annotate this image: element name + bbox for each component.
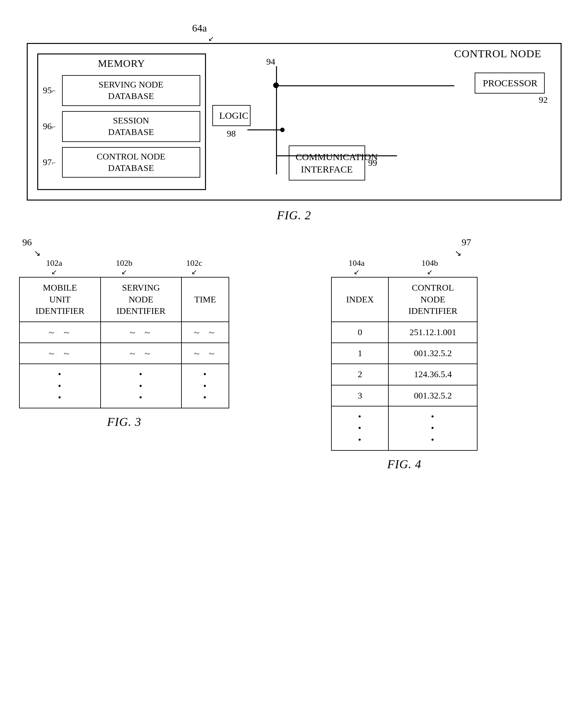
logic-section: LOGIC 98 bbox=[206, 54, 257, 190]
col-label-104a: 104a ↙ bbox=[331, 258, 382, 276]
fig3-col-arrow-a: ↙ bbox=[51, 268, 57, 276]
fig3-ref-96: 96 bbox=[22, 237, 32, 248]
fig4-dots-cn: ••• bbox=[388, 406, 477, 450]
fig4-r3-index: 3 bbox=[331, 385, 388, 406]
junction-top bbox=[273, 82, 279, 88]
figs-bottom: 96 ↘ 102a ↙ 102b ↙ 102c ↙ bbox=[19, 248, 569, 471]
fig4-ref-97: 97 bbox=[462, 237, 471, 248]
fig4-caption: FIG. 4 bbox=[387, 457, 421, 471]
fig4-r0-index: 0 bbox=[331, 322, 388, 343]
fig4-r3-cn: 001.32.5.2 bbox=[388, 385, 477, 406]
fig4-table: INDEX CONTROLNODEIDENTIFIER 0 251.12.1.0… bbox=[331, 277, 478, 451]
col-label-102b: 102b ↙ bbox=[89, 258, 159, 276]
fig4-col-arrow-b: ↙ bbox=[427, 268, 433, 276]
proc-ref: 92 bbox=[539, 95, 548, 105]
fig4-data-row-3: 3 001.32.5.2 bbox=[331, 385, 477, 406]
fig3-caption: FIG. 3 bbox=[107, 415, 141, 429]
fig4-data-row-2: 2 124.36.5.4 bbox=[331, 364, 477, 385]
db-ref-95: 95⌐ bbox=[43, 85, 62, 95]
memory-title: MEMORY bbox=[43, 58, 200, 69]
comm-ref: 99 bbox=[368, 158, 377, 168]
processor-area: PROCESSOR 92 bbox=[475, 72, 545, 105]
fig4-data-row-1: 1 001.32.5.2 bbox=[331, 343, 477, 364]
fig4-ref-arrow: ↘ bbox=[455, 248, 462, 258]
right-section: 94 PROCESSOR 92 COMMUNICATIONINTERFACE 9… bbox=[257, 54, 551, 190]
fig3-data-row-1: ～ ～ ～ ～ ～ ～ bbox=[19, 322, 229, 343]
fig3-container: 96 ↘ 102a ↙ 102b ↙ 102c ↙ bbox=[19, 248, 229, 429]
fig2-section: 64a ↙ CONTROL NODE MEMORY 95⌐ SERVING NO… bbox=[19, 22, 569, 222]
logic-ref: 98 bbox=[227, 129, 236, 139]
fig4-header-row: INDEX CONTROLNODEIDENTIFIER bbox=[331, 277, 477, 321]
memory-section: MEMORY 95⌐ SERVING NODEDATABASE 96⌐ SESS… bbox=[37, 54, 206, 190]
fig3-data-row-3: ••• ••• ••• bbox=[19, 364, 229, 408]
fig4-r1-index: 1 bbox=[331, 343, 388, 364]
fig3-ref-arrow: ↘ bbox=[34, 248, 41, 258]
processor-box: PROCESSOR bbox=[475, 72, 545, 93]
db-row-96: 96⌐ SESSIONDATABASE bbox=[43, 111, 200, 142]
fig2-ref: 64a bbox=[192, 22, 207, 34]
db-row-97: 97⌐ CONTROL NODEDATABASE bbox=[43, 147, 200, 178]
session-db-box: SESSIONDATABASE bbox=[62, 111, 200, 142]
serving-node-db-box: SERVING NODEDATABASE bbox=[62, 75, 200, 106]
fig4-data-row-0: 0 251.12.1.001 bbox=[331, 322, 477, 343]
bus-ref: 94 bbox=[267, 57, 275, 67]
fig3-col-ref-c: 102c bbox=[186, 258, 203, 268]
fig3-r1-time: ～ ～ bbox=[182, 322, 229, 343]
comm-area: COMMUNICATIONINTERFACE 99 bbox=[289, 146, 377, 180]
fig3-r3-serving: ••• bbox=[101, 364, 182, 408]
fig3-col-ref-a: 102a bbox=[46, 258, 62, 268]
db-ref-96: 96⌐ bbox=[43, 121, 62, 131]
logic-box: LOGIC bbox=[212, 105, 251, 126]
db-row-95: 95⌐ SERVING NODEDATABASE bbox=[43, 75, 200, 106]
fig3-r3-mobile: ••• bbox=[19, 364, 101, 408]
fig3-r1-serving: ～ ～ bbox=[101, 322, 182, 343]
comm-box: COMMUNICATIONINTERFACE bbox=[289, 146, 365, 180]
fig3-r2-serving: ～ ～ bbox=[101, 343, 182, 364]
fig3-col-labels: 102a ↙ 102b ↙ 102c ↙ bbox=[19, 258, 229, 276]
col-label-104b: 104b ↙ bbox=[382, 258, 478, 276]
proc-hline bbox=[276, 85, 454, 86]
fig4-r2-index: 2 bbox=[331, 364, 388, 385]
fig3-r2-time: ～ ～ bbox=[182, 343, 229, 364]
fig4-col-arrow-a: ↙ bbox=[354, 268, 359, 276]
fig4-container: 97 ↘ 104a ↙ 104b ↙ INDEX CONTROLNODEIDEN… bbox=[331, 248, 478, 471]
fig4-col-ref-b: 104b bbox=[421, 258, 438, 268]
fig4-col-index: INDEX bbox=[331, 277, 388, 321]
fig3-r2-mobile: ～ ～ bbox=[19, 343, 101, 364]
fig3-col-ref-b: 102b bbox=[116, 258, 132, 268]
fig4-col-ref-a: 104a bbox=[349, 258, 365, 268]
fig2-arrow: ↙ bbox=[208, 35, 214, 43]
fig4-dots-index: ••• bbox=[331, 406, 388, 450]
fig4-data-row-dots: ••• ••• bbox=[331, 406, 477, 450]
fig4-col-cn: CONTROLNODEIDENTIFIER bbox=[388, 277, 477, 321]
fig4-col-labels: 104a ↙ 104b ↙ bbox=[331, 258, 478, 276]
db-ref-97: 97⌐ bbox=[43, 157, 62, 167]
fig3-col-mobile: MOBILEUNITIDENTIFIER bbox=[19, 277, 101, 321]
fig4-r2-cn: 124.36.5.4 bbox=[388, 364, 477, 385]
fig3-col-serving: SERVINGNODEIDENTIFIER bbox=[101, 277, 182, 321]
fig4-r0-cn: 251.12.1.001 bbox=[388, 322, 477, 343]
control-node-db-box: CONTROL NODEDATABASE bbox=[62, 147, 200, 178]
col-label-102c: 102c ↙ bbox=[159, 258, 229, 276]
fig3-col-arrow-c: ↙ bbox=[191, 268, 197, 276]
fig3-header-row: MOBILEUNITIDENTIFIER SERVINGNODEIDENTIFI… bbox=[19, 277, 229, 321]
fig3-table: MOBILEUNITIDENTIFIER SERVINGNODEIDENTIFI… bbox=[19, 277, 229, 408]
fig3-col-time: TIME bbox=[182, 277, 229, 321]
fig3-r3-time: ••• bbox=[182, 364, 229, 408]
fig3-r1-mobile: ～ ～ bbox=[19, 322, 101, 343]
col-label-102a: 102a ↙ bbox=[19, 258, 89, 276]
fig2-main-box: CONTROL NODE MEMORY 95⌐ SERVING NODEDATA… bbox=[27, 43, 562, 200]
fig3-col-arrow-b: ↙ bbox=[121, 268, 127, 276]
fig3-data-row-2: ～ ～ ～ ～ ～ ～ bbox=[19, 343, 229, 364]
fig2-caption: FIG. 2 bbox=[277, 208, 311, 222]
fig4-r1-cn: 001.32.5.2 bbox=[388, 343, 477, 364]
